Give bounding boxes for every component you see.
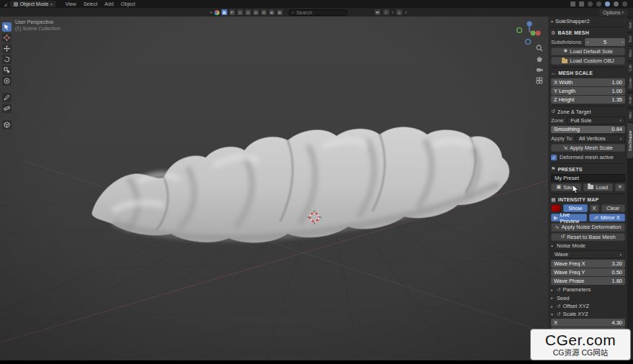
button-label: Apply Mesh Scale <box>570 145 613 151</box>
proportional-edit-icon[interactable]: ◎ <box>396 9 402 15</box>
load-preset-button[interactable]: Load <box>583 183 614 191</box>
gizmo-y-neg-axis <box>517 28 522 33</box>
slider-wave-phase[interactable]: Wave Phase 1.80 <box>551 277 625 285</box>
editor-icon-3[interactable]: ▥ <box>245 9 251 15</box>
apply-mesh-scale-button[interactable]: ⇲ Apply Mesh Scale <box>551 144 625 152</box>
menu-object[interactable]: Object <box>121 1 135 6</box>
apply-icon: ⇲ <box>563 145 568 151</box>
slider-label: Smoothing <box>554 126 580 132</box>
zoom-icon[interactable] <box>535 44 543 52</box>
zone-dropdown[interactable]: Full Sole ▾ <box>567 117 625 124</box>
increment-icon[interactable]: ▸ <box>621 38 624 46</box>
slider-z-height[interactable]: Z Height 1.35 <box>551 96 625 104</box>
tool-cursor[interactable] <box>2 33 12 42</box>
clear-intensity-button[interactable]: Clear <box>601 204 626 212</box>
folder-icon <box>588 185 593 189</box>
slider-label: Wave Freq X <box>554 260 585 267</box>
load-custom-obj-button[interactable]: Load Custom OBJ <box>551 57 625 65</box>
caret-right-icon: ▸ <box>551 288 555 292</box>
mode-label: Object Mode <box>20 1 49 6</box>
shading-solid-icon[interactable] <box>605 1 610 6</box>
menu-select[interactable]: Select <box>83 1 97 6</box>
editor-icon-6[interactable]: ▣ <box>269 9 275 15</box>
tool-scale[interactable] <box>2 65 12 75</box>
tool-shelf <box>2 22 12 129</box>
camera-view-icon[interactable] <box>535 65 543 73</box>
apply-to-dropdown[interactable]: All Vertices ▾ <box>575 135 625 142</box>
tool-annotate[interactable] <box>2 93 12 102</box>
smoothing-slider[interactable]: Smoothing 0.84 <box>551 126 625 133</box>
chevron-down-icon[interactable]: ▾ <box>210 10 212 14</box>
editor-icon-1[interactable]: ◩ <box>229 9 235 15</box>
slider-x-width[interactable]: X Width 1.00 <box>551 78 625 86</box>
pan-hand-icon[interactable] <box>535 55 543 63</box>
mesh-scale-sliders: X Width 1.00 Y Length 1.00 Z Height 1.35 <box>551 78 625 104</box>
tool-rotate[interactable] <box>2 55 12 64</box>
editor-icon-2[interactable]: ▤ <box>237 9 243 15</box>
panel-header[interactable]: ▾ SoleShapper2 ◦ <box>551 18 625 24</box>
decrement-icon[interactable]: ◂ <box>586 38 588 46</box>
load-default-sole-button[interactable]: ❖ Load Default Sole <box>551 47 625 55</box>
apply-to-value: All Vertices <box>579 135 606 142</box>
slider-y-length[interactable]: Y Length 1.00 <box>551 87 625 95</box>
transform-orientation-icon[interactable]: ⬒ <box>375 9 381 15</box>
slider-wave-freq-y[interactable]: Wave Freq Y 0.50 <box>551 268 625 276</box>
close-intensity-button[interactable]: X <box>590 204 599 212</box>
tool-measure[interactable] <box>2 104 12 113</box>
pin-icon[interactable]: ◦ <box>624 19 625 24</box>
button-label: Mirror X <box>601 214 620 221</box>
search-input[interactable]: ⌕ Search <box>288 9 347 16</box>
tool-select-box[interactable] <box>2 22 12 32</box>
collapse-label: Seed <box>557 295 570 301</box>
watermark-subtitle: CG资源 CG网站 <box>553 349 608 357</box>
caret-right-icon: ▸ <box>551 304 555 309</box>
ortho-toggle-icon[interactable] <box>535 76 543 84</box>
menu-add[interactable]: Add <box>104 1 113 6</box>
noise-mode-collapse[interactable]: ▾ Noise Mode <box>551 242 625 249</box>
chevron-down-icon[interactable]: ▾ <box>392 10 394 14</box>
tab-tool[interactable]: Tool <box>627 33 633 45</box>
shading-material-icon[interactable] <box>614 1 619 6</box>
editor-icon-4[interactable]: ▧ <box>253 9 259 15</box>
tab-create[interactable]: Create <box>627 75 633 91</box>
preset-name-input[interactable]: My Preset <box>551 174 625 182</box>
xray-toggle-icon[interactable] <box>588 1 593 6</box>
slider-wave-freq-x[interactable]: Wave Freq X 3.20 <box>551 260 625 268</box>
tab-edit[interactable]: Edit <box>627 62 633 74</box>
tab-soleshapper-active[interactable]: SoleShapper <box>627 123 633 158</box>
shading-rendered-icon[interactable] <box>622 1 627 6</box>
mode-selector[interactable]: Object Mode ▾ <box>10 1 56 7</box>
deformed-mesh-checkbox[interactable]: ✓ Deformed mesh active <box>551 153 625 160</box>
menu-view[interactable]: View <box>65 1 76 6</box>
tool-move[interactable] <box>2 44 12 53</box>
snap-magnet-icon[interactable]: U <box>383 9 389 15</box>
viewport-3d[interactable]: User Perspective (1) Scene Collection <box>0 17 548 360</box>
overlays-toggle-icon[interactable] <box>579 1 584 6</box>
save-preset-button[interactable]: ▣ Save <box>551 183 581 191</box>
shading-wireframe-icon[interactable] <box>596 1 601 6</box>
editor-mode-icon-active[interactable]: ▦ <box>222 9 227 15</box>
live-preview-button[interactable]: ▶ Live Preview <box>551 214 587 222</box>
tab-misc[interactable]: Misc <box>627 109 633 122</box>
reset-base-mesh-button[interactable]: ↺ Reset to Base Mesh <box>551 233 625 241</box>
editor-icon-7[interactable]: ▩ <box>277 9 283 15</box>
scale-xyz-collapse[interactable]: ▾ ↺ Scale XYZ <box>551 311 625 317</box>
seed-collapse[interactable]: ▸ Seed <box>551 295 625 301</box>
offset-xyz-collapse[interactable]: ▸ ↺ Offset XYZ <box>551 303 625 309</box>
options-dropdown[interactable]: Options ▾ <box>599 9 627 16</box>
parameters-collapse[interactable]: ▸ ↺ Parameters <box>551 286 625 293</box>
gizmo-toggle-icon[interactable] <box>570 1 575 6</box>
subdivisions-stepper[interactable]: ◂ 5 ▸ <box>585 38 625 46</box>
tab-item[interactable]: Item <box>627 19 633 32</box>
editor-icon-5[interactable]: ▨ <box>261 9 267 15</box>
tab-anim[interactable]: Anim <box>627 93 633 106</box>
tool-add-cube[interactable] <box>2 120 12 129</box>
chevron-down-icon[interactable]: ▾ <box>405 10 407 14</box>
noise-mode-dropdown[interactable]: Wave ▾ <box>551 250 625 258</box>
slider-scale-x[interactable]: X 4.30 <box>551 319 625 327</box>
apply-noise-button[interactable]: ∿ Apply Noise Deformation <box>551 223 625 231</box>
mirror-x-button[interactable]: ⇄ Mirror X <box>589 214 625 222</box>
tab-view[interactable]: View <box>627 47 633 60</box>
tool-transform[interactable] <box>2 76 12 86</box>
delete-preset-button[interactable]: ✕ <box>615 183 625 191</box>
